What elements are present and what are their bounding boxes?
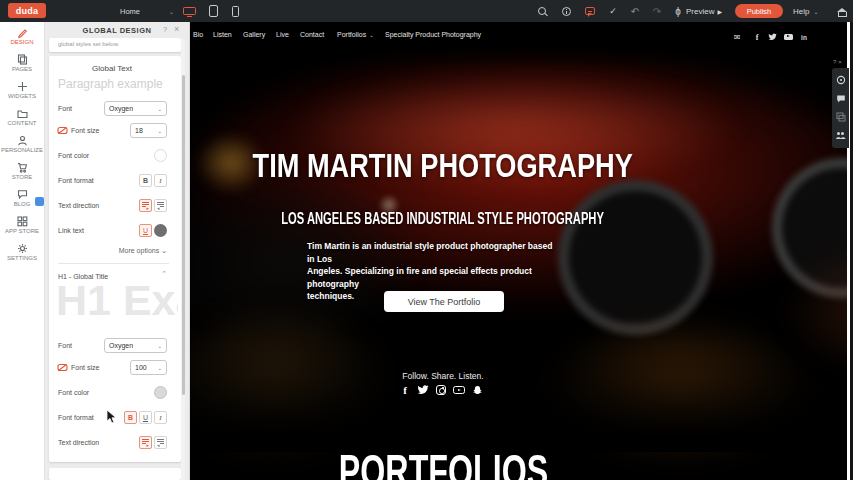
underline-button[interactable]: U: [139, 224, 152, 237]
publish-button[interactable]: Publish: [735, 4, 783, 18]
hero-subtitle[interactable]: LOS ANGELES BASED INDUSTRIAL STYLE PHOTO…: [193, 210, 693, 228]
cart-icon: [17, 162, 28, 173]
font-size-label: Font size: [71, 123, 99, 138]
global-text-card: [49, 56, 181, 462]
panel-scrollbar-thumb[interactable]: [182, 75, 185, 395]
design-brush-icon: [17, 27, 28, 38]
site-nav-live[interactable]: Live: [276, 31, 289, 38]
sidebar-item-settings[interactable]: SETTINGS: [0, 238, 44, 265]
bottom-fade: [190, 342, 853, 452]
site-preview[interactable]: Bio Listen Gallery Live Contact Portfoli…: [190, 22, 853, 480]
rtl-direction-button[interactable]: [154, 199, 167, 212]
h1-rtl-direction-button[interactable]: [154, 436, 167, 449]
h1-ltr-direction-button[interactable]: [139, 436, 152, 449]
info-button[interactable]: [556, 0, 576, 22]
text-direction-label: Text direction: [58, 198, 99, 213]
h1-sample-text: H1 Exa: [56, 276, 178, 326]
close-icon[interactable]: ×: [838, 59, 844, 65]
sidebar-item-design[interactable]: DESIGN: [0, 22, 44, 49]
floating-toolbar: [832, 68, 849, 148]
site-nav-portfolios[interactable]: Portfolios⌄: [337, 31, 374, 38]
comment-button[interactable]: [834, 92, 847, 105]
panel-note-text: global styles set below.: [58, 41, 119, 47]
facebook-icon[interactable]: f: [398, 383, 412, 397]
chevron-down-icon: ⌄: [157, 106, 162, 112]
sidebar-item-store[interactable]: STORE: [0, 157, 44, 184]
team-icon: [835, 131, 846, 140]
next-card-fragment: [49, 468, 181, 480]
instagram-icon[interactable]: [434, 383, 448, 397]
comments-button[interactable]: [580, 0, 600, 22]
site-navbar: Bio Listen Gallery Live Contact Portfoli…: [190, 22, 853, 48]
email-icon[interactable]: ✉: [730, 30, 744, 44]
twitter-icon[interactable]: [765, 30, 779, 44]
site-nav-listen[interactable]: Listen: [213, 31, 232, 38]
bold-button[interactable]: B: [139, 174, 152, 187]
dev-mode-icon: ɸ: [675, 6, 681, 17]
h1-font-size-select[interactable]: 100 ⌄: [130, 360, 167, 375]
h1-font-select[interactable]: Oxygen ⌄: [104, 338, 167, 353]
facebook-icon[interactable]: f: [750, 30, 764, 44]
mobile-view-button[interactable]: [224, 3, 246, 19]
youtube-icon[interactable]: [781, 30, 795, 44]
h1-bold-button[interactable]: B: [124, 411, 137, 424]
more-options-link[interactable]: More options ⌄: [119, 247, 167, 255]
link-color-swatch[interactable]: [154, 224, 167, 237]
sidebar-item-personalize[interactable]: PERSONALIZE: [0, 130, 44, 157]
front-wheel: [558, 180, 713, 335]
h1-font-color-swatch[interactable]: [154, 386, 167, 399]
twitter-icon[interactable]: [416, 383, 430, 397]
desktop-icon: [183, 7, 196, 15]
undo-button[interactable]: ↶: [625, 0, 645, 22]
scrolled-card: global styles set below.: [49, 38, 181, 52]
youtube-icon[interactable]: [452, 383, 466, 397]
close-icon[interactable]: ×: [174, 24, 179, 34]
toolbar-mini-header: ?×: [833, 59, 844, 65]
done-button[interactable]: ✓: [603, 0, 623, 22]
font-color-swatch[interactable]: [154, 149, 167, 162]
app-grid-icon: [17, 216, 28, 227]
sidebar-item-app-store[interactable]: APP STORE: [0, 211, 44, 238]
sidebar-item-widgets[interactable]: WIDGETS: [0, 76, 44, 103]
font-size-override-icon: [57, 126, 68, 135]
page-selector-dropdown[interactable]: Home ⌄: [118, 4, 176, 18]
site-nav-bio[interactable]: Bio: [193, 31, 203, 38]
section-divider: [58, 263, 169, 264]
font-select[interactable]: Oxygen ⌄: [104, 101, 167, 116]
redo-icon: ↷: [653, 6, 661, 17]
site-nav-gallery[interactable]: Gallery: [243, 31, 265, 38]
h1-italic-button[interactable]: I: [154, 411, 167, 424]
sidebar-item-pages[interactable]: PAGES: [0, 49, 44, 76]
portfolios-section-title[interactable]: PORTFOLIOS: [193, 448, 693, 480]
search-button[interactable]: [532, 0, 552, 22]
dashboard-home-button[interactable]: [831, 0, 851, 22]
italic-button[interactable]: I: [154, 174, 167, 187]
tablet-view-button[interactable]: [202, 3, 224, 19]
duda-logo[interactable]: duda: [8, 3, 46, 18]
site-nav-contact[interactable]: Contact: [300, 31, 324, 38]
font-size-select[interactable]: 18 ⌄: [130, 123, 167, 138]
help-dropdown[interactable]: Help ⌄: [793, 0, 818, 22]
chevron-down-icon: ⌄: [813, 8, 818, 15]
view-portfolio-button[interactable]: View The Portfolio: [384, 291, 504, 312]
team-button[interactable]: [834, 129, 847, 142]
dev-mode-button[interactable]: ɸ: [668, 0, 688, 22]
chevron-down-icon: ⌄: [369, 32, 374, 38]
rtl-icon: [156, 438, 165, 447]
ltr-direction-button[interactable]: [139, 199, 152, 212]
linkedin-icon[interactable]: in: [797, 30, 811, 44]
site-nav-specialty[interactable]: Specialty Product Photography: [385, 31, 481, 38]
preview-button[interactable]: Preview ▶: [686, 0, 722, 22]
chevron-down-icon: ⌄: [161, 247, 167, 254]
h1-underline-button[interactable]: U: [139, 411, 152, 424]
panel-help-icon[interactable]: ?: [163, 25, 167, 34]
desktop-view-button[interactable]: [178, 3, 200, 19]
target-button[interactable]: [834, 74, 847, 87]
snapchat-icon[interactable]: [470, 383, 484, 397]
chevron-down-icon: ⌄: [157, 365, 162, 371]
font-label: Font: [58, 101, 72, 116]
hero-title[interactable]: TIM MARTIN PHOTOGRAPHY: [193, 146, 693, 185]
redo-button[interactable]: ↷: [647, 0, 667, 22]
sidebar-item-content[interactable]: CONTENT: [0, 103, 44, 130]
images-button[interactable]: [834, 111, 847, 124]
